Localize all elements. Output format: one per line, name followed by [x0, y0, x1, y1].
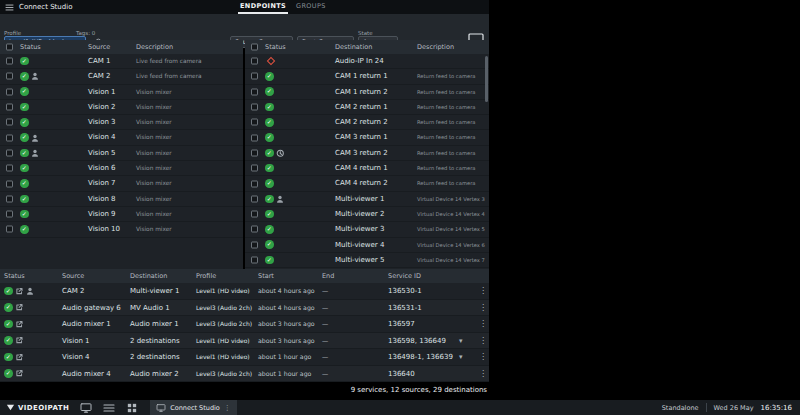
service-row[interactable]: ✓ CAM 2 Multi-viewer 1 Level1 (HD video)…	[0, 283, 489, 300]
source-row[interactable]: ✓ Vision 6 Vision mixer	[0, 161, 243, 176]
row-checkbox[interactable]	[251, 119, 258, 126]
service-row[interactable]: ✓ Vision 1 2 destinations Level1 (HD vid…	[0, 333, 489, 350]
column-destination[interactable]: Destination	[335, 40, 372, 54]
column-start[interactable]: Start	[258, 269, 274, 283]
row-checkbox[interactable]	[6, 195, 13, 202]
select-all-destinations-checkbox[interactable]	[251, 44, 258, 51]
source-row[interactable]: ✓ Vision 8 Vision mixer	[0, 192, 243, 207]
status-cell: ✓	[265, 100, 274, 114]
destination-row[interactable]: ✓ Multi-viewer 1 Virtual Device 14 Verte…	[245, 192, 489, 207]
column-service-id[interactable]: Service ID	[388, 269, 421, 283]
services-header-row: Status Source Destination Profile Start …	[0, 269, 489, 283]
source-row[interactable]: ✓ CAM 2 Live feed from camera	[0, 69, 243, 84]
source-row[interactable]: ✓ Vision 5 Vision mixer	[0, 146, 243, 161]
check-icon: ✓	[265, 103, 274, 112]
column-status[interactable]: Status	[20, 40, 41, 54]
service-row[interactable]: ✓ Audio gateway 6 MV Audio 1 Level3 (Aud…	[0, 300, 489, 317]
row-checkbox[interactable]	[251, 226, 258, 233]
source-row[interactable]: ✓ Vision 10 Vision mixer	[0, 222, 243, 237]
service-row[interactable]: ✓ Audio mixer 1 Audio mixer 1 Level3 (Au…	[0, 316, 489, 333]
row-menu-kebab-icon[interactable]: ⋮	[479, 300, 487, 317]
destination-row[interactable]: ✓ CAM 3 return 2 Return feed to camera	[245, 146, 489, 161]
source-row[interactable]: ✓ Vision 7 Vision mixer	[0, 176, 243, 191]
display-icon[interactable]	[80, 403, 92, 413]
destination-row[interactable]: ✓ CAM 4 return 2 Return feed to camera	[245, 176, 489, 191]
destination-description: Virtual Device 14 Vertex 3	[417, 192, 485, 206]
scrollbar-thumb[interactable]	[485, 56, 488, 102]
column-status[interactable]: Status	[265, 40, 286, 54]
row-checkbox[interactable]	[251, 211, 258, 218]
expand-chevron-icon[interactable]: ▾	[459, 333, 463, 350]
destination-row[interactable]: ✓ Multi-viewer 3 Virtual Device 14 Verte…	[245, 222, 489, 237]
row-checkbox[interactable]	[6, 165, 13, 172]
expand-chevron-icon[interactable]: ▾	[459, 349, 463, 366]
service-profile: Level3 (Audio 2ch)	[196, 316, 252, 332]
row-checkbox[interactable]	[6, 211, 13, 218]
row-checkbox[interactable]	[251, 73, 258, 80]
destination-row[interactable]: ✓ Multi-viewer 2 Virtual Device 14 Verte…	[245, 207, 489, 222]
row-checkbox[interactable]	[6, 88, 13, 95]
destination-row[interactable]: ✓ CAM 2 return 1 Return feed to camera	[245, 100, 489, 115]
row-checkbox[interactable]	[251, 195, 258, 202]
destination-row[interactable]: ✓ Multi-viewer 5 Virtual Device 14 Verte…	[245, 253, 489, 268]
source-row[interactable]: ✓ Vision 1 Vision mixer	[0, 85, 243, 100]
tab-menu-kebab-icon[interactable]: ⋮	[224, 404, 231, 412]
column-description[interactable]: Description	[417, 40, 454, 54]
menu-icon[interactable]	[103, 403, 115, 413]
destination-row[interactable]: ✓ CAM 1 return 1 Return feed to camera	[245, 69, 489, 84]
destination-description: Return feed to camera	[417, 100, 475, 114]
row-checkbox[interactable]	[251, 104, 258, 111]
column-description[interactable]: Description	[136, 40, 173, 54]
row-menu-kebab-icon[interactable]: ⋮	[479, 283, 487, 300]
apps-grid-icon[interactable]	[126, 403, 138, 413]
row-checkbox[interactable]	[251, 180, 258, 187]
row-checkbox[interactable]	[6, 149, 13, 156]
column-destination[interactable]: Destination	[130, 269, 167, 283]
select-all-sources-checkbox[interactable]	[6, 44, 13, 51]
destination-row[interactable]: ✓ Multi-viewer 4 Virtual Device 14 Verte…	[245, 238, 489, 253]
source-row[interactable]: ✓ CAM 1 Live feed from camera	[0, 54, 243, 69]
source-row[interactable]: ✓ Vision 3 Vision mixer	[0, 115, 243, 130]
check-icon: ✓	[265, 179, 274, 188]
row-checkbox[interactable]	[251, 58, 258, 65]
row-menu-kebab-icon[interactable]: ⋮	[479, 333, 487, 350]
column-source[interactable]: Source	[62, 269, 84, 283]
row-checkbox[interactable]	[251, 257, 258, 264]
destination-row[interactable]: ✓ CAM 2 return 2 Return feed to camera	[245, 115, 489, 130]
status-cell	[265, 54, 277, 68]
row-checkbox[interactable]	[251, 88, 258, 95]
source-row[interactable]: ✓ Vision 9 Vision mixer	[0, 207, 243, 222]
row-checkbox[interactable]	[6, 73, 13, 80]
row-checkbox[interactable]	[6, 226, 13, 233]
row-checkbox[interactable]	[251, 149, 258, 156]
tab-groups[interactable]: GROUPS	[294, 0, 328, 14]
row-checkbox[interactable]	[6, 119, 13, 126]
status-cell: ✓	[20, 146, 39, 160]
row-checkbox[interactable]	[6, 58, 13, 65]
row-checkbox[interactable]	[251, 241, 258, 248]
tab-endpoints[interactable]: ENDPOINTS	[238, 0, 288, 14]
menu-icon[interactable]	[5, 4, 14, 11]
column-source[interactable]: Source	[88, 40, 110, 54]
service-row[interactable]: ✓ Vision 4 2 destinations Level1 (HD vid…	[0, 349, 489, 366]
row-checkbox[interactable]	[251, 134, 258, 141]
column-profile[interactable]: Profile	[196, 269, 216, 283]
display-icon	[156, 404, 166, 412]
destination-row[interactable]: ✓ CAM 3 return 1 Return feed to camera	[245, 130, 489, 145]
destination-row[interactable]: ✓ CAM 4 return 1 Return feed to camera	[245, 161, 489, 176]
column-end[interactable]: End	[322, 269, 334, 283]
column-status[interactable]: Status	[4, 269, 25, 283]
destination-row[interactable]: Audio-IP In 24	[245, 54, 489, 69]
row-menu-kebab-icon[interactable]: ⋮	[479, 366, 487, 383]
destination-row[interactable]: ✓ CAM 1 return 2 Return feed to camera	[245, 85, 489, 100]
row-checkbox[interactable]	[6, 134, 13, 141]
row-checkbox[interactable]	[251, 165, 258, 172]
row-checkbox[interactable]	[6, 180, 13, 187]
row-menu-kebab-icon[interactable]: ⋮	[479, 349, 487, 366]
row-checkbox[interactable]	[6, 104, 13, 111]
service-row[interactable]: ✓ Audio mixer 4 Audio mixer 2 Level3 (Au…	[0, 366, 489, 383]
row-menu-kebab-icon[interactable]: ⋮	[479, 316, 487, 333]
source-row[interactable]: ✓ Vision 4 Vision mixer	[0, 130, 243, 145]
footer-tab-connect-studio[interactable]: Connect Studio ⋮	[150, 400, 237, 415]
source-row[interactable]: ✓ Vision 2 Vision mixer	[0, 100, 243, 115]
